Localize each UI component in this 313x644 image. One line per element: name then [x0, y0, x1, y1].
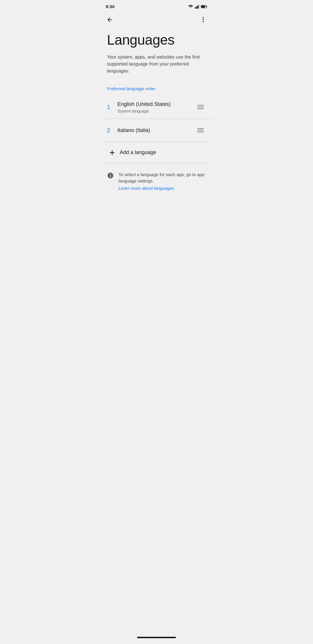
battery-icon	[201, 5, 207, 8]
language-name-2: Italiano (Italia)	[117, 127, 195, 134]
page-description: Your system, apps, and websites use the …	[107, 54, 206, 75]
status-time: 8:30	[106, 4, 114, 9]
toolbar	[100, 12, 213, 28]
status-icons	[188, 5, 207, 9]
language-info-2: Italiano (Italia)	[117, 127, 195, 134]
drag-handle-1[interactable]	[195, 103, 206, 111]
language-subtitle-1: System language	[117, 109, 195, 113]
add-language-button[interactable]: Add a language	[100, 142, 213, 163]
language-name-1: English (United States)	[117, 101, 195, 108]
svg-rect-3	[198, 5, 199, 8]
info-icon	[107, 172, 114, 191]
drag-handle-line	[197, 130, 204, 131]
page-title: Languages	[107, 32, 206, 48]
info-text: To select a language for each app, go to…	[119, 171, 206, 184]
language-item-2[interactable]: 2 Italiano (Italia)	[100, 119, 213, 142]
language-item-1[interactable]: 1 English (United States) System languag…	[100, 96, 213, 119]
drag-handle-line	[197, 108, 204, 109]
preferred-language-order-header[interactable]: Preferred language order	[100, 85, 213, 96]
svg-point-9	[203, 19, 204, 20]
drag-handle-line	[197, 128, 204, 129]
page-header: Languages Your system, apps, and website…	[100, 28, 213, 85]
bottom-nav-bar	[100, 633, 213, 644]
language-number-1: 1	[107, 104, 117, 111]
status-bar: 8:30	[100, 0, 213, 12]
drag-handle-line	[197, 107, 204, 107]
language-info-1: English (United States) System language	[117, 101, 195, 113]
add-language-label: Add a language	[120, 149, 156, 155]
language-number-2: 2	[107, 127, 117, 134]
back-arrow-icon	[106, 16, 113, 23]
info-content: To select a language for each app, go to…	[119, 171, 206, 191]
svg-point-10	[203, 21, 204, 22]
svg-rect-7	[201, 6, 205, 8]
language-list: 1 English (United States) System languag…	[100, 96, 213, 163]
info-section: To select a language for each app, go to…	[100, 163, 213, 196]
drag-handle-line	[197, 105, 204, 106]
more-vert-icon	[200, 16, 207, 23]
svg-rect-1	[196, 7, 196, 9]
svg-point-8	[203, 17, 204, 18]
signal-icon	[195, 5, 199, 9]
nav-pill	[137, 637, 176, 638]
drag-handle-2[interactable]	[195, 126, 206, 135]
add-icon	[107, 147, 117, 158]
svg-rect-0	[195, 7, 196, 8]
drag-handle-line	[197, 132, 204, 132]
learn-more-link[interactable]: Learn more about languages	[119, 186, 206, 191]
back-button[interactable]	[103, 13, 116, 26]
more-options-button[interactable]	[197, 13, 210, 26]
svg-rect-4	[199, 5, 199, 8]
wifi-icon	[188, 5, 193, 9]
svg-rect-6	[206, 6, 207, 7]
svg-rect-2	[197, 6, 198, 8]
